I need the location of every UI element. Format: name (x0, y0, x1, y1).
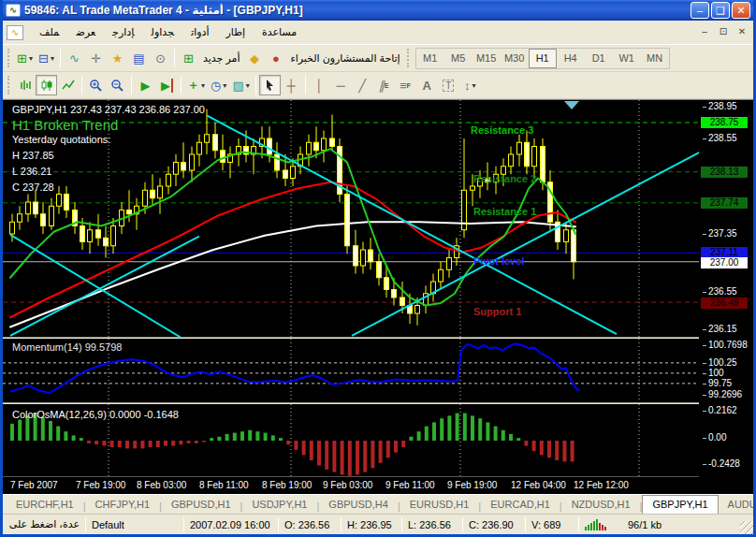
chart-tab[interactable]: AUDUSD (719, 497, 756, 514)
timeframe-button-h1[interactable]: H1 (529, 49, 557, 68)
metaeditor-button[interactable]: ◆ (243, 48, 265, 68)
child-restore-button[interactable]: ⊡ (716, 26, 731, 39)
chart-tab[interactable]: CHFJPY,H1 (86, 497, 159, 514)
time-axis-label: 12 Feb 12:00 (574, 480, 629, 490)
zoom-out-button[interactable] (107, 75, 128, 95)
expert-advisors-label[interactable]: إتاحة المستشارون الخبراء (290, 52, 400, 65)
menu-item[interactable]: جداول (143, 23, 183, 40)
templates-button[interactable]: ▨▾ (229, 75, 252, 95)
chart-tab[interactable]: EURUSD,H1 (400, 497, 479, 514)
axis-price-label: 237.00 (701, 257, 748, 268)
svg-text:C 237.28: C 237.28 (12, 181, 54, 193)
status-bar-time: 2007.02.09 16:00 (184, 516, 278, 533)
expert-advisors-toggle[interactable]: ● (265, 48, 286, 68)
main-chart-canvas[interactable]: GBPJPY,H1 237.43 237.43 236.86 237.00H1 … (3, 100, 699, 337)
bar-chart-button[interactable] (14, 75, 36, 95)
zoom-in-button[interactable] (85, 75, 107, 95)
status-profile[interactable]: Default (86, 516, 183, 533)
data-window-icon[interactable]: ✛ (85, 48, 107, 68)
time-axis-label: 12 Feb 04:00 (511, 480, 566, 490)
connection-signal-icon (579, 519, 612, 530)
chart-tab[interactable]: NZDUSD,H1 (562, 497, 640, 514)
trendline-button[interactable]: ╱ (352, 75, 373, 95)
child-minimize-button[interactable]: – (697, 26, 712, 39)
toolbar-grip[interactable] (7, 76, 11, 94)
window-title: 59846: AL Trade MetaTrader 4 - أمثلية - … (24, 4, 691, 17)
axis-price-label: 237.35 (701, 228, 739, 239)
chart-tab[interactable]: GBPJPY,H1 (642, 495, 718, 514)
timeframe-button-m15[interactable]: M15 (472, 49, 501, 68)
chart-shift-button[interactable]: ▶ (156, 75, 178, 95)
axis-price-label: 238.55 (701, 133, 739, 144)
terminal-icon[interactable]: ▤ (128, 48, 150, 68)
menu-item[interactable]: إطار (218, 23, 254, 40)
new-order-button[interactable]: ⊞ (178, 48, 199, 68)
timeframe-button-h4[interactable]: H4 (557, 49, 585, 68)
svg-text:H 237.85: H 237.85 (12, 150, 54, 161)
text-button[interactable]: A (416, 75, 438, 95)
chart-tab[interactable]: USDJPY,H1 (242, 497, 316, 514)
chart-tab[interactable]: EURCHF,H1 (7, 497, 83, 514)
vline-button[interactable]: │ (309, 75, 330, 95)
menu-item[interactable]: أدوات (182, 23, 217, 40)
new-chart-button[interactable]: ⊞▾ (14, 48, 36, 68)
status-open: O: 236.56 (279, 516, 341, 533)
axis-price-label: 100.7698 (701, 340, 749, 351)
label-button[interactable]: T (438, 75, 459, 95)
time-axis[interactable]: 7 Feb 20077 Feb 19:008 Feb 03:008 Feb 11… (3, 476, 699, 494)
svg-text:ColorOsMA(12,26,9) 0.0000 -0.1: ColorOsMA(12,26,9) 0.0000 -0.1648 (12, 409, 179, 420)
timeframe-toolbar: M1M5M15M30H1H4D1W1MN (415, 48, 670, 69)
candlestick-button[interactable] (36, 75, 57, 95)
chart-tab[interactable]: GBPUSD,H4 (319, 497, 398, 514)
momentum-panel-canvas[interactable]: Momentum(14) 99.5798 (3, 339, 699, 402)
axis-price-label: 236.15 (701, 324, 739, 335)
timeframe-button-m1[interactable]: M1 (416, 49, 444, 68)
status-bar: عدة، اضغط على Default 2007.02.09 16:00 O… (3, 514, 753, 534)
osma-panel-canvas[interactable]: ColorOsMA(12,26,9) 0.0000 -0.1648 (3, 404, 699, 476)
svg-text:Pivot level: Pivot level (473, 255, 524, 267)
maximize-button[interactable]: ❑ (711, 2, 730, 19)
auto-scroll-button[interactable]: ▶ (135, 75, 156, 95)
line-chart-button[interactable] (57, 75, 79, 95)
minimize-button[interactable]: – (691, 2, 709, 19)
price-axis[interactable]: 238.95238.75238.55238.13237.74237.35237.… (699, 100, 753, 494)
resize-grip[interactable] (740, 521, 753, 534)
new-order-label[interactable]: أمر جديد (203, 52, 240, 65)
profiles-button[interactable]: ⊟▾ (36, 48, 57, 68)
menu-item[interactable]: ملف (31, 23, 67, 40)
menu-item[interactable]: عرض (67, 23, 104, 40)
hline-button[interactable]: ─ (330, 75, 352, 95)
channel-button[interactable]: ∥E (373, 75, 395, 95)
navigator-icon[interactable]: ★ (107, 48, 128, 68)
menu-item[interactable]: إدارج (104, 23, 142, 40)
crosshair-button[interactable]: ┼ (281, 75, 302, 95)
timeframe-button-mn[interactable]: MN (641, 49, 669, 68)
chart-tab[interactable]: EURCAD,H1 (481, 497, 560, 514)
status-volume: V: 689 (526, 516, 578, 533)
timeframe-button-m5[interactable]: M5 (444, 49, 472, 68)
timeframe-button-w1[interactable]: W1 (613, 49, 641, 68)
toolbar-grip[interactable] (7, 49, 11, 67)
timeframe-button-m30[interactable]: M30 (501, 49, 529, 68)
axis-price-label: 238.95 (701, 101, 739, 112)
axis-price-label: 236.55 (701, 286, 739, 298)
chart-window-icon[interactable]: ∿ (7, 25, 23, 40)
cursor-button[interactable] (259, 75, 281, 95)
close-button[interactable]: ✕ (732, 2, 750, 19)
axis-price-label: 237.74 (701, 197, 748, 209)
status-close: C: 236.90 (463, 516, 525, 533)
time-axis-label: 9 Feb 03:00 (323, 480, 372, 490)
tester-icon[interactable]: ⊙ (150, 48, 171, 68)
arrows-button[interactable]: ↕▾ (459, 75, 481, 95)
periods-button[interactable]: ◷▾ (208, 75, 229, 95)
svg-text:GBPJPY,H1 237.43 237.43 236.8: GBPJPY,H1 237.43 237.43 236.86 237.00 (12, 104, 205, 115)
child-close-button[interactable]: ✕ (734, 26, 749, 39)
fibonacci-button[interactable]: ≡F (395, 75, 416, 95)
indicators-button[interactable]: ＋▾ (184, 75, 208, 95)
chart-tab[interactable]: GBPUSD,H1 (162, 497, 240, 514)
app-icon: ∿ (6, 4, 21, 17)
timeframe-button-d1[interactable]: D1 (585, 49, 613, 68)
market-watch-icon[interactable]: ∿ (64, 48, 85, 68)
menu-item[interactable]: مساعدة (254, 23, 305, 40)
toolbar-grip[interactable] (407, 49, 411, 67)
